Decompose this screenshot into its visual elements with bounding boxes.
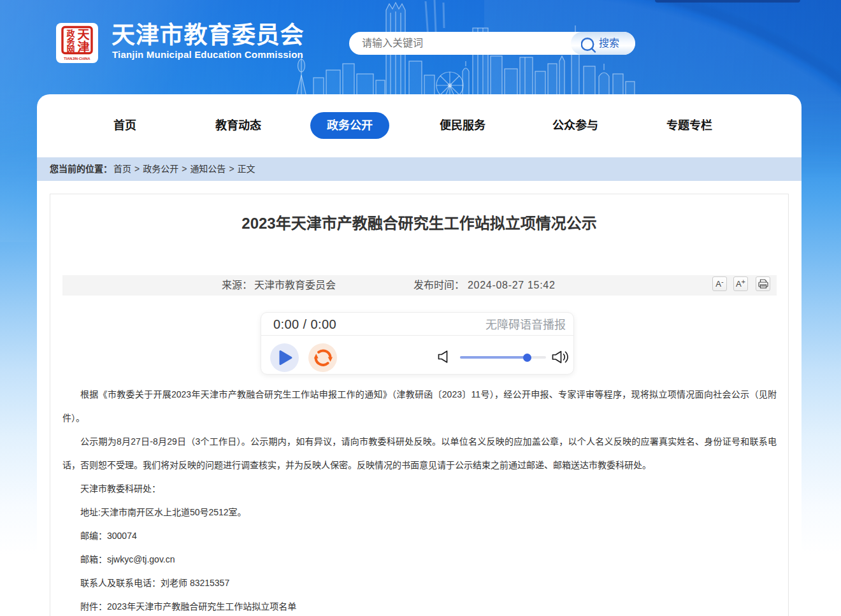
svg-text:TIANJIN-CHINA: TIANJIN-CHINA — [64, 57, 90, 61]
svg-text:津: 津 — [77, 40, 89, 54]
svg-text:网: 网 — [66, 45, 75, 54]
svg-text:天: 天 — [77, 28, 90, 41]
